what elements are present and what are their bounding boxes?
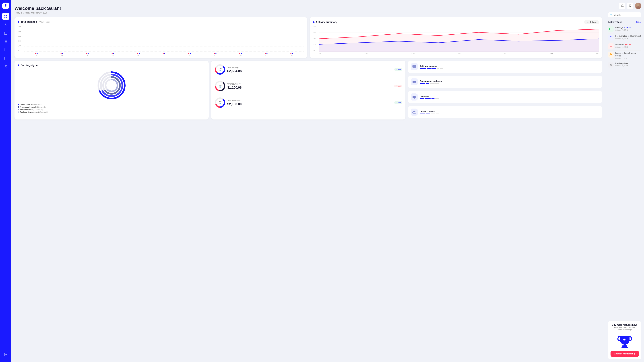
legend-item-svg: SVG animation (11 projects) (18, 109, 206, 110)
feed-content-withdraws: Withdraws $84.00 October 14, 17:55 (615, 43, 642, 48)
search-input[interactable] (614, 14, 641, 16)
upgrade-subtitle: More than 70 features with premium packa… (610, 327, 639, 331)
grid-line-5000 (24, 26, 304, 26)
upgrade-button[interactable]: Upgrade Membership (610, 351, 639, 357)
legend-item-front: Front development (16 projects) (18, 106, 206, 108)
see-all-link[interactable]: See all (636, 21, 642, 23)
svg-rect-0 (4, 15, 6, 16)
stat-row-earnings: 47% 📊 Total earnings $2,564.08 ▲ 36% (214, 64, 402, 75)
activity-feed-title: Activity feed (608, 20, 622, 23)
app-logo[interactable] (2, 2, 9, 9)
bar-chart: 0 1000 2000 3000 4000 5000 (18, 26, 304, 55)
sidebar-item-grid[interactable] (2, 13, 9, 20)
cat-info-hardware: Hardware (420, 95, 600, 99)
stat-badge-crypto: ▼ 11% (394, 85, 402, 87)
donut-earnings-svg: 47% 📊 (214, 64, 226, 75)
feed-item-themeforest: File submitted to Themeforest October 16… (608, 33, 642, 42)
svg-text:📊: 📊 (220, 70, 221, 71)
feed-icon-device (608, 52, 614, 57)
total-balance-title: Total balance (20, 20, 37, 23)
user-avatar[interactable] (635, 2, 642, 9)
sidebar-item-calendar[interactable] (2, 29, 9, 37)
cat-icon-software (410, 63, 418, 70)
progress-software-4 (437, 68, 439, 69)
sidebar-item-folder[interactable] (2, 46, 9, 53)
bookmark-button[interactable] (627, 2, 634, 9)
svg-rect-64 (622, 347, 628, 348)
dot-blue (36, 52, 38, 54)
donut-earnings: 47% 📊 (214, 64, 226, 75)
main-content: Welcome back Sarah! Today is Monday, Oct… (11, 0, 605, 362)
trophy-illustration: ✦ ✦ ✦ ★ (610, 333, 639, 349)
sidebar-item-chat[interactable] (2, 55, 9, 62)
svg-rect-58 (610, 54, 612, 56)
progress-software-1 (420, 68, 426, 69)
feed-icon-themeforest (608, 35, 614, 40)
page-title: Welcome back Sarah! (14, 6, 602, 11)
activity-feed-header: Activity feed See all (608, 20, 642, 23)
feed-content-profile: Profile updated October 10, 13:00 (615, 62, 642, 67)
donut-withdraws: 40% 📊 (214, 97, 226, 108)
top-grid: Total balance (USDT / week) 0 (14, 17, 602, 58)
category-courses: Online courses (408, 106, 602, 118)
svg-text:✦: ✦ (630, 334, 631, 336)
earnings-type-header: Earnings type (18, 64, 206, 67)
svg-rect-1 (6, 15, 7, 16)
grid-line-0 (24, 51, 304, 52)
sidebar-item-list[interactable] (2, 38, 9, 45)
sidebar-item-logout[interactable] (2, 351, 9, 358)
divider-1 (214, 78, 402, 78)
svg-rect-3 (6, 17, 7, 18)
activity-feed-section: Activity feed See all Earnings $115.25 O… (608, 20, 642, 69)
grid-line-1000 (24, 46, 304, 46)
feed-icon-earnings (608, 26, 614, 32)
svg-rect-2 (4, 17, 6, 18)
feed-item-withdraws: Withdraws $84.00 October 14, 17:55 (608, 42, 642, 50)
activity-dot (313, 21, 314, 23)
svg-rect-48 (412, 81, 416, 83)
x-label-10: 10 (50, 52, 74, 56)
progress-software-3 (432, 68, 436, 69)
total-balance-card: Total balance (USDT / week) 0 (14, 17, 307, 58)
svg-text:47%: 47% (218, 68, 222, 69)
search-icon: 🔍 (610, 13, 612, 16)
upgrade-card: Buy more features now! More than 70 feat… (608, 321, 642, 360)
svg-text:★: ★ (623, 338, 626, 342)
activity-summary-header: Activity summary Last 7 days ▾ (313, 20, 599, 24)
stat-info-earnings: Total earnings $2,564.08 (227, 66, 392, 73)
line-chart-y-axis: $40K $30K $20K $10K $0 (313, 26, 316, 52)
svg-point-14 (5, 65, 6, 66)
line-chart-x-labels: SAT SUN MON TUE WED THU FRI (313, 53, 599, 54)
search-box: 🔍 (608, 12, 642, 17)
feed-item-earnings: Earnings $115.25 October 17, 22:10 (608, 25, 642, 33)
y-axis: 0 1000 2000 3000 4000 5000 (18, 26, 21, 52)
feed-item-device: logged in through a new device October 1… (608, 50, 642, 61)
right-panel: 🔍 Activity feed See all Earnings $115.25… (605, 0, 644, 362)
sidebar-item-chart[interactable] (2, 21, 9, 28)
feed-content-device: logged in through a new device October 1… (615, 52, 642, 59)
legend-item-backend: Backend development (8 projects) (18, 111, 206, 113)
sidebar-item-users[interactable] (2, 63, 9, 70)
total-balance-subtitle: (USDT / week) (39, 21, 50, 23)
svg-rect-52 (414, 98, 415, 99)
svg-text:40%: 40% (218, 101, 222, 102)
feed-content-themeforest: File submitted to Themeforest October 16… (615, 35, 642, 39)
time-selector[interactable]: Last 7 days ▾ (584, 20, 599, 24)
stat-badge-earnings: ▲ 36% (394, 68, 402, 71)
stat-row-withdraws: 40% 📊 Total withdraws $2,100.00 ▲ 32% (214, 97, 402, 108)
page-subtitle: Today is Monday, October 19, 2020 (14, 11, 602, 14)
content-area: Welcome back Sarah! Today is Monday, Oct… (11, 2, 605, 362)
activity-summary-card: Activity summary Last 7 days ▾ $40K $30K… (310, 17, 602, 58)
cat-info-banking: Banking and exchange (420, 80, 600, 84)
svg-point-53 (637, 4, 640, 6)
donut-withdraws-svg: 40% 📊 (214, 97, 226, 108)
donut-crypto-svg: 43% 📊 (214, 80, 226, 92)
progress-software-5 (440, 68, 443, 69)
grid-line-3000 (24, 36, 304, 36)
bar-chart-inner: 0 1000 2000 3000 4000 5000 (18, 26, 304, 52)
notifications-button[interactable] (619, 2, 625, 9)
line-chart-container: $40K $30K $20K $10K $0 (313, 26, 599, 54)
progress-software-2 (427, 68, 432, 69)
earnings-type-card: Earnings type (14, 61, 208, 119)
stat-row-crypto: 43% 📊 Cryptocurrency $1,100.08 ▼ 11% (214, 80, 402, 92)
